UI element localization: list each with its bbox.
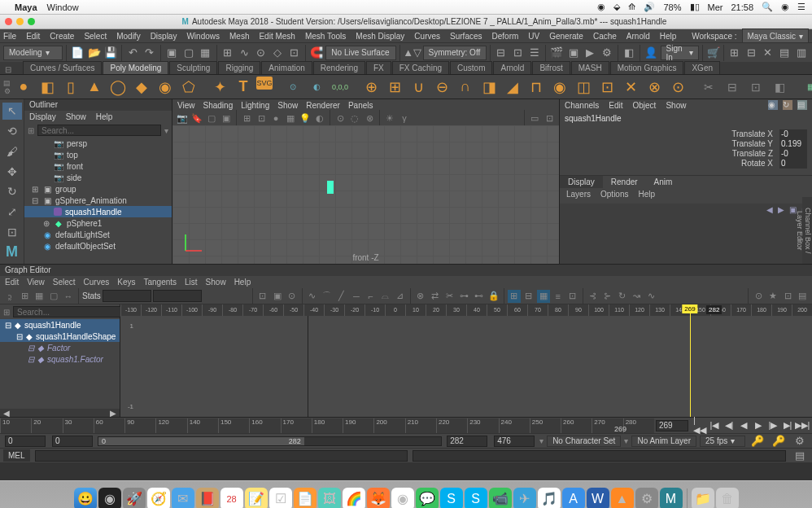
dock-trash-icon[interactable]: 🗑	[716, 488, 739, 509]
outliner-search-dropdown-icon[interactable]: ▾	[164, 126, 168, 135]
toggle-hud-icon[interactable]: ⊟	[744, 44, 759, 62]
menu-display[interactable]: Display	[151, 32, 177, 41]
vp-shadows-icon[interactable]: ◐	[313, 112, 326, 125]
select-obj-icon[interactable]: ▢	[181, 44, 197, 62]
panel-toggle-icon[interactable]: ▥	[794, 44, 810, 62]
ge-menu-help[interactable]: Help	[234, 278, 251, 287]
command-input[interactable]	[35, 450, 408, 462]
outliner-item-persp[interactable]: 📷persp	[24, 138, 172, 149]
vp-film-gate-icon[interactable]: ▣	[220, 112, 233, 125]
ge-swap-icon[interactable]: ⇄	[429, 290, 442, 303]
bevel-icon[interactable]: ◢	[502, 77, 523, 98]
script-editor-icon[interactable]: ▤	[791, 447, 809, 465]
range-menu-icon[interactable]: ▾	[539, 436, 544, 445]
ge-outliner-item-squash1Handle[interactable]: ⊟◆squash1Handle	[0, 319, 120, 331]
shelf-tab-poly[interactable]: Poly Modeling	[103, 61, 168, 74]
ge-value-snap-icon[interactable]: ⊟	[522, 290, 535, 303]
ge-outliner-item-Factor[interactable]: ⊟◆Factor	[0, 342, 120, 353]
spotlight-icon[interactable]: 🔍	[762, 2, 773, 12]
set-key-icon[interactable]: 🔑	[770, 432, 788, 450]
ge-absolute-icon[interactable]: ▦	[537, 290, 550, 303]
separate-icon[interactable]: ⊞	[384, 77, 405, 98]
poly-sphere-icon[interactable]: ●	[13, 77, 34, 98]
menu-uv[interactable]: UV	[528, 32, 539, 41]
step-back-icon[interactable]: ◀|	[723, 419, 736, 432]
layer-editor[interactable]: ◀ ▶ ▣ ▢	[560, 204, 812, 264]
mac-menu-window[interactable]: Window	[47, 2, 79, 12]
ge-spline-icon[interactable]: ∿	[306, 290, 319, 303]
dock-vlc-icon[interactable]: ▲	[611, 488, 634, 509]
cb-sync-icon[interactable]: ↻	[783, 100, 792, 110]
menu-mesh-tools[interactable]: Mesh Tools	[305, 32, 346, 41]
vp-wireframe-icon[interactable]: ⊡	[255, 112, 268, 125]
ge-menu-curves[interactable]: Curves	[84, 278, 110, 287]
editor-icon[interactable]: ▤	[777, 44, 792, 62]
ig-icon[interactable]: ⊟	[493, 44, 509, 62]
ge-menu-select[interactable]: Select	[53, 278, 76, 287]
dock-photos-icon[interactable]: 🌈	[343, 488, 365, 509]
vp-menu-view[interactable]: View	[177, 101, 195, 110]
viewport-squash-handle[interactable]	[327, 181, 334, 194]
redo-icon[interactable]: ↷	[142, 44, 158, 62]
cb-node-name[interactable]: squash1Handle	[565, 114, 622, 123]
go-to-end-icon[interactable]: ▶▶|	[796, 419, 809, 432]
viewport-canvas[interactable]: front -Z	[172, 125, 559, 264]
anim-end-input[interactable]	[494, 436, 535, 447]
ge-outliner-item-squash1.Factor[interactable]: ⊟◆squash1.Factor	[0, 353, 120, 365]
ge-frame-all-icon[interactable]: ⊡	[256, 290, 269, 303]
minimize-window-button[interactable]	[16, 18, 24, 25]
collapse-icon[interactable]: ⊡	[596, 77, 618, 98]
range-slider[interactable]: 0 282	[98, 436, 442, 446]
ge-stats-value-input[interactable]	[153, 290, 202, 302]
shelf-tab-rendering[interactable]: Rendering	[313, 61, 365, 74]
siri-icon[interactable]: ◉	[781, 2, 789, 12]
bool-union-icon[interactable]: ∪	[408, 77, 429, 98]
ge-menu-view[interactable]: View	[27, 278, 45, 287]
vp-bookmark-icon[interactable]: 🔖	[190, 112, 203, 125]
shelf-menu-icon[interactable]: ▤⚙	[3, 79, 11, 95]
paint-select-icon[interactable]: 🖌	[2, 142, 22, 160]
crease-icon[interactable]: ◧	[769, 77, 790, 98]
ge-time-snap-icon[interactable]: ⊞	[508, 290, 521, 303]
reflection-icon[interactable]: ◐	[306, 77, 327, 98]
poly-disc-icon[interactable]: ◉	[155, 77, 176, 98]
ge-region-icon[interactable]: ▢	[47, 290, 60, 303]
dock-calendar-icon[interactable]: 28	[220, 488, 243, 509]
dock-messages-icon[interactable]: 💬	[416, 488, 439, 509]
cb-tab-anim[interactable]: Anim	[646, 176, 681, 188]
volume-icon[interactable]: 🔊	[644, 2, 655, 12]
shelf-tab-sculpting[interactable]: Sculpting	[169, 61, 217, 74]
vp-textured-icon[interactable]: ▦	[284, 112, 297, 125]
ge-normalized-icon[interactable]: ⊡	[566, 290, 579, 303]
wifi-icon[interactable]: ⟰	[628, 2, 635, 12]
poly-plane-icon[interactable]: ◆	[131, 77, 152, 98]
anim-layer-dropdown[interactable]: No Anim Layer	[631, 436, 696, 447]
menu-generate[interactable]: Generate	[549, 32, 583, 41]
poly-cylinder-icon[interactable]: ▯	[60, 77, 81, 98]
dock-safari-icon[interactable]: 🧭	[147, 488, 170, 509]
ge-oscillate-icon[interactable]: ∿	[645, 290, 658, 303]
snap-view-icon[interactable]: ⊡	[286, 44, 302, 62]
snap-curve-icon[interactable]: ∿	[237, 44, 252, 62]
dock-maya-icon[interactable]: M	[660, 488, 683, 509]
shelf-tab-fx[interactable]: FX	[366, 61, 391, 74]
new-scene-icon[interactable]: 📄	[70, 44, 85, 62]
workspace-dropdown[interactable]: Maya Classic▾	[742, 28, 809, 43]
snap-grid-icon[interactable]: ⊞	[220, 44, 235, 62]
playback-end-input[interactable]	[447, 436, 487, 447]
soft-select-icon[interactable]: ⊙	[282, 77, 303, 98]
poly-cone-icon[interactable]: ▲	[84, 77, 105, 98]
ge-buffer-icon[interactable]: ⊗	[414, 290, 427, 303]
outliner-search-input[interactable]	[37, 125, 161, 136]
ge-flat-icon[interactable]: ─	[350, 290, 363, 303]
ge-lattice-icon[interactable]: ▦	[33, 290, 46, 303]
ge-menu-show[interactable]: Show	[206, 278, 226, 287]
outliner-item-group[interactable]: ⊞▣group	[24, 183, 172, 195]
outliner-menu-help[interactable]: Help	[96, 112, 113, 121]
outliner-item-defaultLightSet[interactable]: ◉defaultLightSet	[24, 229, 172, 240]
locator-icon[interactable]: 0,0,0	[330, 77, 351, 98]
outliner-menu-display[interactable]: Display	[29, 112, 56, 121]
poly-torus-icon[interactable]: ◯	[107, 77, 129, 98]
outliner-item-front[interactable]: 📷front	[24, 160, 172, 172]
dock-notes-icon[interactable]: 📝	[245, 488, 268, 509]
